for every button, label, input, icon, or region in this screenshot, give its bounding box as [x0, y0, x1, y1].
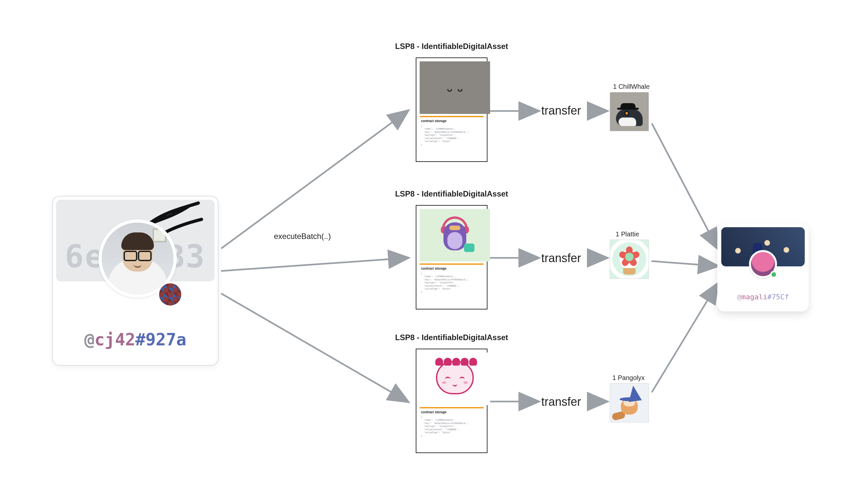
storage-json: { "name": "LSP8Metadata", "key": "0x9afb… [421, 125, 482, 146]
recipient-status-dot [770, 271, 777, 278]
transfer-label-3: transfer [541, 395, 581, 409]
asset-artwork-pangolyx [420, 352, 490, 405]
nft-thumb-plattie [610, 239, 649, 279]
asset-card: contract storage { "name": "LSP8Metadata… [416, 205, 488, 310]
handle-hash: #75Cf [767, 293, 789, 301]
asset-block-3: LSP8 - IdentifiableDigitalAsset contract… [378, 333, 525, 453]
handle-name: magali [742, 293, 767, 301]
nft-caption-2: 1 Plattie [616, 230, 639, 238]
asset-title: LSP8 - IdentifiableDigitalAsset [378, 189, 525, 199]
storage-label: contract storage [421, 410, 482, 414]
asset-storage: contract storage { "name": "LSP8Metadata… [420, 407, 484, 449]
sender-identicon-badge [157, 281, 183, 308]
diagram-root: 6ee /B3 @cj42#927a executeBatch(..) LSP8… [0, 0, 868, 489]
storage-label: contract storage [421, 267, 482, 270]
nft-thumb-pangolyx [610, 383, 649, 423]
asset-title: LSP8 - IdentifiableDigitalAsset [378, 42, 525, 51]
handle-hash: #927a [135, 330, 187, 349]
transfer-label-2: transfer [541, 251, 581, 265]
recipient-profile-card: @magali#75Cf [717, 223, 809, 311]
asset-artwork-plattie [420, 209, 490, 261]
nft-caption-3: 1 Pangolyx [612, 374, 645, 382]
asset-artwork-chillwhale [420, 61, 490, 114]
recipient-handle: @magali#75Cf [717, 293, 809, 301]
handle-at: @ [737, 293, 742, 301]
asset-card: contract storage { "name": "LSP8Metadata… [416, 57, 488, 162]
storage-json: { "name": "LSP8Metadata", "key": "0x9afb… [421, 416, 482, 437]
storage-label: contract storage [421, 119, 482, 123]
handle-name: cj42 [95, 330, 135, 349]
execute-batch-label: executeBatch(..) [274, 232, 331, 241]
asset-block-2: LSP8 - IdentifiableDigitalAsset contract… [378, 189, 525, 310]
asset-card: contract storage { "name": "LSP8Metadata… [416, 349, 488, 453]
sender-handle: @cj42#927a [53, 330, 218, 349]
asset-block-1: LSP8 - IdentifiableDigitalAsset contract… [378, 42, 525, 162]
sender-profile-card: 6ee /B3 @cj42#927a [52, 196, 218, 366]
handle-at: @ [84, 330, 94, 349]
asset-title: LSP8 - IdentifiableDigitalAsset [378, 333, 525, 342]
nft-thumb-chillwhale [610, 92, 649, 131]
asset-storage: contract storage { "name": "LSP8Metadata… [420, 263, 484, 306]
transfer-label-1: transfer [541, 104, 581, 117]
nft-caption-1: 1 ChillWhale [613, 83, 650, 90]
asset-storage: contract storage { "name": "LSP8Metadata… [420, 116, 484, 158]
storage-json: { "name": "LSP8Metadata", "key": "0x9afb… [421, 272, 482, 294]
